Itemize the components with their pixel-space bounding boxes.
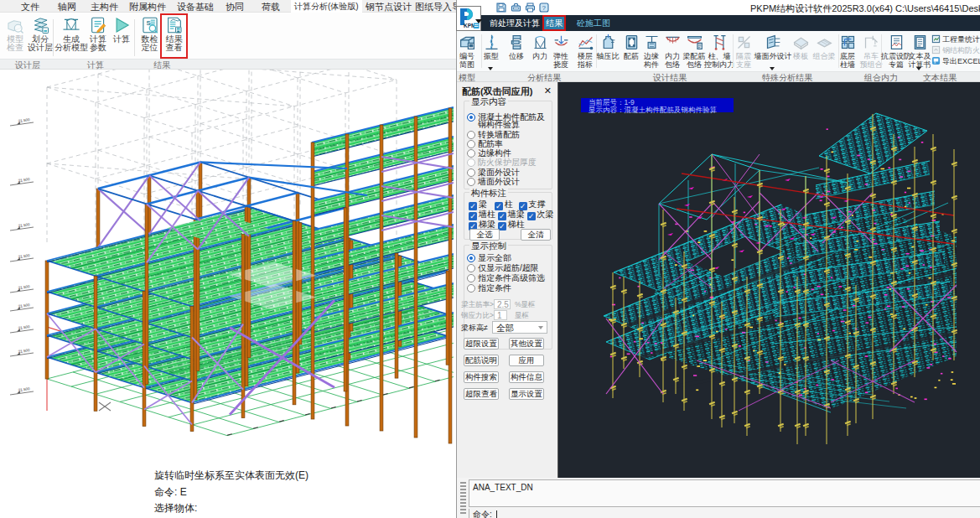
svg-text:21.500: 21.500 bbox=[18, 177, 30, 183]
svg-text:21.500: 21.500 bbox=[18, 222, 30, 228]
svg-text:21.500: 21.500 bbox=[18, 386, 30, 392]
svg-text:21.500: 21.500 bbox=[18, 324, 30, 330]
svg-text:21.500: 21.500 bbox=[18, 303, 30, 308]
svg-text:21.500: 21.500 bbox=[18, 253, 30, 259]
svg-text:?: ? bbox=[542, 4, 547, 12]
svg-text:21.500: 21.500 bbox=[18, 284, 30, 290]
svg-text:21.500: 21.500 bbox=[18, 348, 30, 354]
svg-text:21.500: 21.500 bbox=[18, 117, 30, 123]
